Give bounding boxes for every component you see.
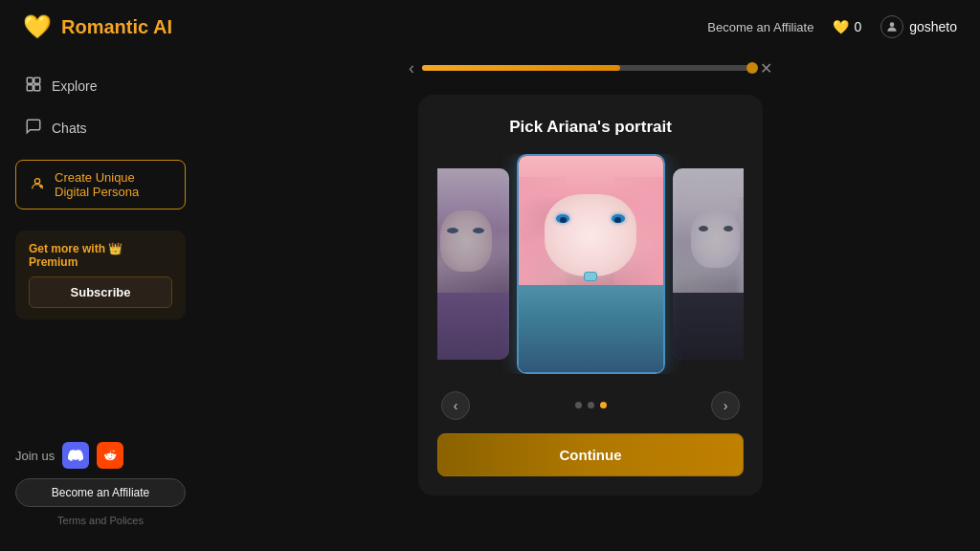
join-us-label: Join us <box>15 449 55 463</box>
carousel-nav: ‹ › <box>437 391 744 420</box>
carousel-dot-1[interactable] <box>575 402 582 408</box>
logo-heart-icon: 💛 <box>23 13 52 40</box>
sidebar-item-explore[interactable]: Explore <box>15 68 186 104</box>
progress-track <box>422 65 752 71</box>
subscribe-button[interactable]: Subscribe <box>29 276 172 308</box>
svg-rect-2 <box>34 77 40 83</box>
premium-label: Get more with 👑 Premium <box>29 242 172 269</box>
portrait-center[interactable] <box>517 154 665 374</box>
svg-rect-3 <box>27 85 33 91</box>
logo-text: Romantic AI <box>61 16 172 38</box>
modal-card: Pick Ariana's portrait <box>418 95 763 496</box>
premium-box: Get more with 👑 Premium Subscribe <box>15 231 186 320</box>
progress-fill <box>422 65 620 71</box>
terms-link[interactable]: Terms and Polices <box>15 515 186 526</box>
explore-icon <box>25 76 42 97</box>
logo-romantic: Romantic <box>61 16 148 37</box>
create-persona-button[interactable]: Create Unique Digital Persona <box>15 160 186 209</box>
become-affiliate-button[interactable]: Become an Affiliate <box>15 478 186 507</box>
carousel-prev-button[interactable]: ‹ <box>441 391 470 420</box>
create-persona-icon <box>30 176 45 194</box>
portrait-carousel <box>437 154 744 374</box>
carousel-dots <box>575 402 607 408</box>
sidebar-bottom: Join us Become an Affiliate Terms and Po… <box>15 442 186 536</box>
chats-label: Chats <box>52 121 87 136</box>
modal-title: Pick Ariana's portrait <box>437 118 744 137</box>
portrait-left[interactable] <box>437 168 509 360</box>
carousel-next-button[interactable]: › <box>711 391 740 420</box>
chats-icon <box>25 118 42 139</box>
svg-point-5 <box>34 178 39 183</box>
sidebar: Explore Chats Create Unique Digital Pers… <box>0 53 201 551</box>
carousel-dot-3[interactable] <box>600 402 607 408</box>
progress-dot <box>746 62 758 74</box>
carousel-dot-2[interactable] <box>588 402 594 408</box>
discord-icon[interactable] <box>62 442 89 469</box>
svg-rect-1 <box>27 77 33 83</box>
modal-wrapper: ‹ ✕ Pick Ariana's portrait <box>418 95 763 496</box>
sidebar-item-chats[interactable]: Chats <box>15 110 186 146</box>
reddit-icon[interactable] <box>97 442 123 469</box>
portrait-right[interactable] <box>673 168 745 360</box>
continue-button[interactable]: Continue <box>437 433 744 476</box>
progress-bar-container: ‹ ✕ <box>399 58 782 78</box>
svg-rect-4 <box>34 85 40 91</box>
logo: 💛 Romantic AI <box>23 13 172 40</box>
progress-back-arrow[interactable]: ‹ <box>409 58 414 78</box>
join-us-section: Join us <box>15 442 186 469</box>
create-persona-label: Create Unique Digital Persona <box>55 170 171 199</box>
explore-label: Explore <box>52 78 97 94</box>
main-content: ‹ ✕ Pick Ariana's portrait <box>201 0 980 551</box>
logo-ai: AI <box>148 16 172 37</box>
modal-close-button[interactable]: ✕ <box>760 59 772 77</box>
